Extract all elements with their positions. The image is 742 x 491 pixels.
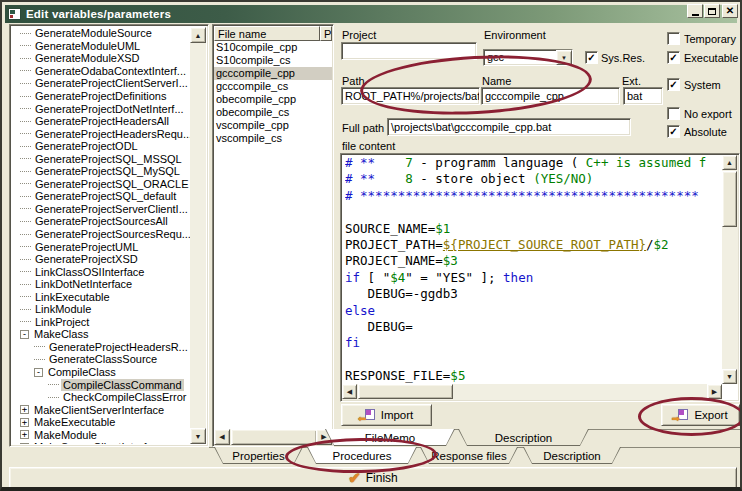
collapse-icon[interactable]: - bbox=[34, 368, 43, 377]
scroll-left-icon[interactable]: ◀ bbox=[342, 384, 357, 399]
scroll-up-icon[interactable]: ▲ bbox=[190, 27, 206, 43]
scroll-right-icon[interactable]: ▶ bbox=[707, 384, 722, 399]
file-list-horizontal-scrollbar[interactable]: ◀ ▶ bbox=[214, 429, 332, 445]
tree-item[interactable]: GenerateProjectDefinitions bbox=[12, 90, 190, 103]
minimize-button[interactable] bbox=[687, 4, 703, 18]
tree-item[interactable]: GenerateProjectServerClientI... bbox=[12, 203, 190, 216]
tree-item[interactable]: CompileClassCommand bbox=[12, 378, 190, 391]
expand-icon[interactable]: + bbox=[20, 443, 29, 444]
tree-item[interactable]: GenerateClassSource bbox=[12, 353, 190, 366]
system-checkbox[interactable]: ✓System bbox=[667, 78, 721, 91]
tree-item[interactable]: +MakeExecutable bbox=[12, 416, 190, 429]
editor-vertical-scrollbar[interactable]: ▲ ▼ bbox=[722, 155, 738, 384]
environment-select[interactable]: gcc ▼ bbox=[483, 49, 573, 66]
tree-item[interactable]: +MakeModule bbox=[12, 429, 190, 442]
tree-item[interactable]: +MakeServerClientInterf... bbox=[12, 441, 190, 444]
import-button[interactable]: ⬅ Import bbox=[341, 404, 432, 426]
checkbox-icon[interactable]: ✓ bbox=[585, 51, 598, 64]
file-list-row[interactable]: S10compile_cpp bbox=[214, 41, 332, 54]
project-input[interactable] bbox=[341, 42, 477, 60]
tree-item[interactable]: LinkDotNetInterface bbox=[12, 278, 190, 291]
file-list-row[interactable]: vscompile_cpp bbox=[214, 119, 332, 132]
checkbox-icon[interactable]: ✓ bbox=[667, 78, 680, 91]
finish-button[interactable]: ✔ Finish bbox=[9, 467, 737, 489]
chevron-down-icon[interactable]: ▼ bbox=[556, 50, 572, 65]
checkbox-icon[interactable] bbox=[667, 32, 680, 45]
editor-horizontal-scrollbar[interactable]: ◀ ▶ bbox=[342, 384, 722, 400]
tree-item[interactable]: GenerateProjectSQL_default bbox=[12, 190, 190, 203]
tree-item[interactable]: LinkProject bbox=[12, 316, 190, 329]
file-list-row[interactable]: gcccompile_cs bbox=[214, 80, 332, 93]
scrollbar-thumb[interactable] bbox=[358, 384, 453, 399]
scroll-down-icon[interactable]: ▼ bbox=[190, 428, 206, 444]
tree-item[interactable]: GenerateProjectSQL_MySQL bbox=[12, 165, 190, 178]
export-button[interactable]: ➡ Export bbox=[661, 404, 740, 426]
tree-item[interactable]: GenerateProjectClientServerI... bbox=[12, 77, 190, 90]
tab-description[interactable]: Description bbox=[523, 447, 621, 464]
name-input[interactable]: gcccompile_cpp bbox=[481, 87, 620, 105]
file-list-row[interactable]: S10compile_cs bbox=[214, 54, 332, 67]
scrollbar-thumb[interactable] bbox=[231, 429, 317, 445]
expand-icon[interactable]: + bbox=[20, 430, 29, 439]
file-content-editor[interactable]: # ** 7 - programm language ( C++ is assu… bbox=[340, 153, 740, 402]
scroll-left-icon[interactable]: ◀ bbox=[214, 429, 230, 445]
column-header-file-name[interactable]: File name bbox=[214, 26, 320, 41]
tree-item[interactable]: GenerateProjectHeadersAll bbox=[12, 115, 190, 128]
path-input[interactable]: ROOT_PATH%/projects/bat bbox=[341, 87, 480, 105]
absolute-checkbox[interactable]: ✓Absolute bbox=[667, 125, 727, 138]
tab-procedures[interactable]: Procedures bbox=[307, 447, 417, 464]
checkbox-icon[interactable] bbox=[667, 107, 680, 120]
file-list-row[interactable]: gcccompile_cpp bbox=[214, 67, 332, 80]
tree-item[interactable]: GenerateProjectXSD bbox=[12, 253, 190, 266]
code-text[interactable]: # ** 7 - programm language ( C++ is assu… bbox=[345, 155, 722, 384]
expand-icon[interactable]: + bbox=[20, 405, 29, 414]
sys-res-checkbox[interactable]: ✓ Sys.Res. bbox=[585, 51, 645, 64]
no-export-checkbox[interactable]: No export bbox=[667, 107, 732, 120]
close-button[interactable]: ✕ bbox=[722, 4, 738, 18]
full-path-input[interactable]: \projects\bat\gcccompile_cpp.bat bbox=[387, 118, 631, 136]
checkbox-icon[interactable]: ✓ bbox=[667, 125, 680, 138]
file-list-row[interactable]: obecompile_cs bbox=[214, 106, 332, 119]
tree-item[interactable]: GenerateProjectSourcesAll bbox=[12, 215, 190, 228]
title-bar[interactable]: Edit variables/parameters bbox=[5, 5, 737, 23]
tree-item[interactable]: CheckCompileClassError bbox=[12, 391, 190, 404]
tree-vertical-scrollbar[interactable]: ▲ ▼ bbox=[190, 27, 206, 444]
temporary-checkbox[interactable]: Temporary bbox=[667, 32, 736, 45]
tree-item[interactable]: GenerateModuleSource bbox=[12, 27, 190, 40]
checkbox-icon[interactable]: ✓ bbox=[667, 51, 680, 64]
scroll-up-icon[interactable]: ▲ bbox=[722, 155, 737, 170]
collapse-icon[interactable]: - bbox=[20, 330, 29, 339]
finish-button-label: Finish bbox=[366, 471, 398, 485]
tree-item[interactable]: GenerateProjectUML bbox=[12, 240, 190, 253]
tree-item[interactable]: -MakeClass bbox=[12, 328, 190, 341]
tab-properties[interactable]: Properties bbox=[214, 447, 303, 464]
tree-item[interactable]: GenerateOdabaContextInterf... bbox=[12, 65, 190, 78]
tree-item[interactable]: LinkExecutable bbox=[12, 290, 190, 303]
tree-item[interactable]: GenerateProjectHeadersRequ... bbox=[12, 127, 190, 140]
tree-item[interactable]: +MakeClientServerInterface bbox=[12, 403, 190, 416]
scroll-down-icon[interactable]: ▼ bbox=[722, 369, 737, 384]
expand-icon[interactable]: + bbox=[20, 418, 29, 427]
tree-item[interactable]: GenerateProjectSQL_ORACLE bbox=[12, 178, 190, 191]
tree-item[interactable]: LinkClassOSIInterface bbox=[12, 265, 190, 278]
file-list-row[interactable]: obecompile_cpp bbox=[214, 93, 332, 106]
file-list-row[interactable]: vscompile_cs bbox=[214, 132, 332, 145]
tree-item[interactable]: GenerateProjectDotNetInterf... bbox=[12, 102, 190, 115]
ext-input[interactable]: bat bbox=[623, 87, 663, 105]
tree-item[interactable]: -CompileClass bbox=[12, 366, 190, 379]
tree-item[interactable]: GenerateProjectODL bbox=[12, 140, 190, 153]
tree-item[interactable]: GenerateModuleUML bbox=[12, 40, 190, 53]
tree-connector bbox=[20, 158, 31, 159]
scrollbar-thumb[interactable] bbox=[722, 171, 737, 227]
executable-checkbox[interactable]: ✓Executable bbox=[667, 51, 738, 64]
tree-item[interactable]: GenerateProjectSourcesRequ... bbox=[12, 228, 190, 241]
tree-item[interactable]: LinkModule bbox=[12, 303, 190, 316]
tree-item[interactable]: GenerateProjectSQL_MSSQL bbox=[12, 152, 190, 165]
tree-item[interactable]: GenerateModuleXSD bbox=[12, 52, 190, 65]
maximize-button[interactable] bbox=[704, 4, 720, 18]
tab-filememo[interactable]: FileMemo bbox=[325, 429, 455, 446]
column-header-pro[interactable]: Pro bbox=[320, 26, 332, 41]
tree-item[interactable]: GenerateProjectHeadersR... bbox=[12, 341, 190, 354]
tab-response-files[interactable]: Response files bbox=[420, 447, 518, 464]
tab-description[interactable]: Description bbox=[458, 429, 589, 446]
